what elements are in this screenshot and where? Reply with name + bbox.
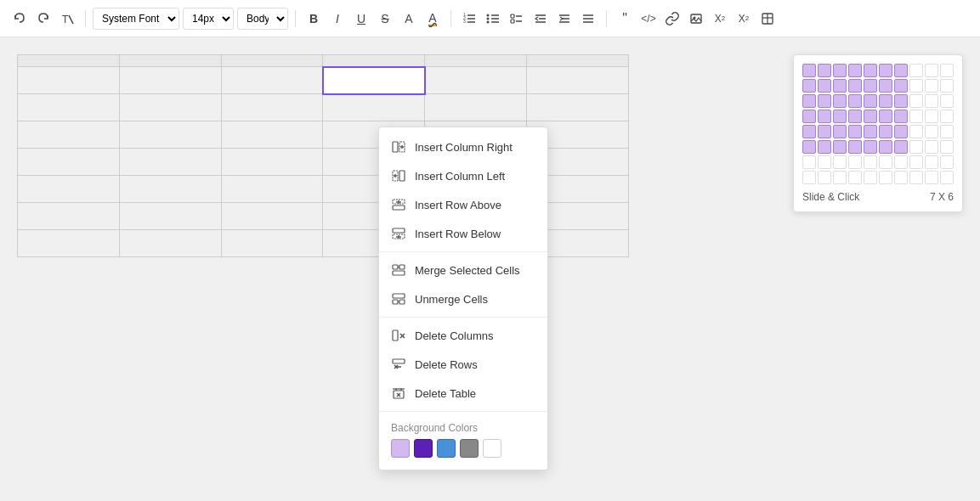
italic-button[interactable]: I bbox=[326, 8, 348, 30]
subscript-button[interactable]: X2 bbox=[709, 8, 731, 30]
grid-cell[interactable] bbox=[925, 140, 938, 154]
grid-cell[interactable] bbox=[818, 171, 831, 184]
grid-cell[interactable] bbox=[894, 64, 908, 77]
grid-cell[interactable] bbox=[909, 94, 923, 108]
indent-increase-button[interactable] bbox=[553, 8, 575, 30]
grid-cell[interactable] bbox=[925, 94, 938, 108]
grid-cell[interactable] bbox=[940, 79, 954, 93]
table-cell[interactable] bbox=[119, 149, 221, 176]
grid-cell[interactable] bbox=[909, 140, 923, 154]
header-cell[interactable] bbox=[527, 55, 629, 67]
strikethrough-button[interactable]: S bbox=[374, 8, 396, 30]
table-button[interactable] bbox=[756, 8, 779, 30]
grid-cell[interactable] bbox=[909, 171, 923, 184]
color-swatch-blue[interactable] bbox=[437, 439, 456, 458]
grid-cell[interactable] bbox=[879, 171, 892, 184]
grid-cell[interactable] bbox=[848, 79, 862, 93]
grid-cell[interactable] bbox=[909, 155, 923, 169]
grid-cell[interactable] bbox=[879, 64, 892, 77]
table-cell[interactable] bbox=[18, 121, 120, 149]
grid-cell[interactable] bbox=[894, 79, 908, 93]
grid-cell[interactable] bbox=[894, 110, 908, 123]
grid-cell[interactable] bbox=[802, 171, 816, 184]
grid-cell[interactable] bbox=[802, 155, 816, 169]
redo-button[interactable] bbox=[32, 8, 54, 30]
grid-cell[interactable] bbox=[894, 155, 908, 169]
grid-cell[interactable] bbox=[864, 94, 877, 108]
grid-cell[interactable] bbox=[940, 155, 954, 169]
grid-cell[interactable] bbox=[909, 110, 923, 123]
quote-button[interactable]: " bbox=[614, 8, 636, 30]
table-cell[interactable] bbox=[119, 203, 221, 230]
table-cell[interactable] bbox=[425, 67, 527, 94]
font-color-button[interactable]: A bbox=[398, 8, 420, 30]
indent-decrease-button[interactable] bbox=[530, 8, 552, 30]
grid-cell[interactable] bbox=[848, 155, 862, 169]
clear-format-button[interactable]: T bbox=[56, 8, 78, 30]
grid-cell[interactable] bbox=[925, 110, 938, 123]
color-swatch-lavender[interactable] bbox=[391, 439, 410, 458]
insert-column-left-item[interactable]: Insert Column Left bbox=[379, 161, 547, 190]
grid-cell[interactable] bbox=[833, 94, 847, 108]
grid-cell[interactable] bbox=[925, 64, 938, 77]
grid-cell[interactable] bbox=[864, 79, 877, 93]
link-button[interactable] bbox=[661, 8, 683, 30]
grid-cell[interactable] bbox=[925, 125, 938, 138]
grid-cell[interactable] bbox=[848, 140, 862, 154]
grid-cell[interactable] bbox=[833, 64, 847, 77]
grid-cell[interactable] bbox=[940, 94, 954, 108]
table-cell[interactable] bbox=[527, 94, 629, 121]
grid-cell[interactable] bbox=[818, 79, 831, 93]
grid-cell[interactable] bbox=[940, 171, 954, 184]
table-cell[interactable] bbox=[119, 94, 221, 121]
header-cell[interactable] bbox=[18, 55, 120, 67]
code-button[interactable]: </> bbox=[637, 8, 660, 30]
merge-cells-item[interactable]: Merge Selected Cells bbox=[379, 256, 547, 284]
grid-cell[interactable] bbox=[802, 79, 816, 93]
grid-cell[interactable] bbox=[833, 110, 847, 123]
grid-cell[interactable] bbox=[864, 110, 877, 123]
table-cell[interactable] bbox=[119, 67, 221, 94]
table-cell[interactable] bbox=[221, 67, 323, 94]
grid-cell[interactable] bbox=[864, 125, 877, 138]
image-button[interactable] bbox=[685, 8, 707, 30]
grid-cell[interactable] bbox=[894, 171, 908, 184]
table-cell[interactable] bbox=[221, 149, 323, 176]
insert-column-right-item[interactable]: Insert Column Right bbox=[379, 132, 547, 161]
grid-cell[interactable] bbox=[879, 155, 892, 169]
grid-cell[interactable] bbox=[802, 110, 816, 123]
font-size-select[interactable]: 14px bbox=[183, 8, 234, 30]
undo-button[interactable] bbox=[8, 8, 31, 30]
grid-cell[interactable] bbox=[818, 64, 831, 77]
grid-cell[interactable] bbox=[864, 155, 877, 169]
grid-cell[interactable] bbox=[802, 94, 816, 108]
header-cell[interactable] bbox=[221, 55, 323, 67]
underline-button[interactable]: U bbox=[350, 8, 372, 30]
checklist-button[interactable] bbox=[506, 8, 528, 30]
color-swatch-purple[interactable] bbox=[414, 439, 433, 458]
grid-cell[interactable] bbox=[894, 94, 908, 108]
grid-cell[interactable] bbox=[879, 94, 892, 108]
grid-cell[interactable] bbox=[802, 64, 816, 77]
table-cell[interactable] bbox=[18, 94, 120, 121]
grid-cell[interactable] bbox=[848, 125, 862, 138]
highlight-button[interactable]: A bbox=[422, 8, 444, 30]
grid-cell[interactable] bbox=[864, 64, 877, 77]
table-cell[interactable] bbox=[18, 149, 120, 176]
grid-cell[interactable] bbox=[818, 155, 831, 169]
unmerge-cells-item[interactable]: Unmerge Cells bbox=[379, 284, 547, 313]
table-cell[interactable] bbox=[425, 94, 527, 121]
grid-cell[interactable] bbox=[818, 125, 831, 138]
table-cell[interactable] bbox=[221, 203, 323, 230]
grid-cell[interactable] bbox=[848, 94, 862, 108]
grid-cell[interactable] bbox=[894, 140, 908, 154]
grid-cell[interactable] bbox=[909, 125, 923, 138]
table-cell[interactable] bbox=[119, 176, 221, 203]
header-cell[interactable] bbox=[119, 55, 221, 67]
grid-cell[interactable] bbox=[833, 140, 847, 154]
unordered-list-button[interactable] bbox=[482, 8, 504, 30]
table-cell[interactable] bbox=[221, 121, 323, 149]
table-cell[interactable] bbox=[18, 67, 120, 94]
grid-cell[interactable] bbox=[925, 155, 938, 169]
table-cell[interactable] bbox=[18, 230, 120, 257]
